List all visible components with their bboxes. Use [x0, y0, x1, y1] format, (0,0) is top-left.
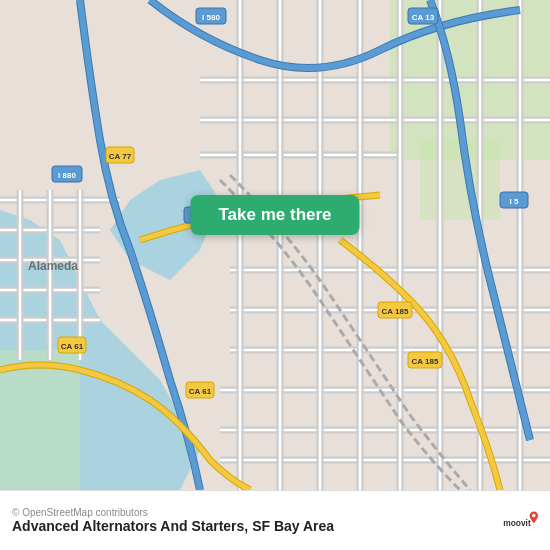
svg-text:CA 185: CA 185	[382, 307, 409, 316]
svg-text:CA 13: CA 13	[412, 13, 435, 22]
svg-text:CA 77: CA 77	[109, 152, 132, 161]
map-container: I 580 CA 13 CA 77 I 880 I 80 CA 61 CA 61…	[0, 0, 550, 490]
svg-text:CA 185: CA 185	[412, 357, 439, 366]
svg-text:I 580: I 580	[202, 13, 220, 22]
svg-text:CA 61: CA 61	[189, 387, 212, 396]
map-attribution: © OpenStreetMap contributors	[12, 507, 334, 518]
svg-rect-4	[420, 140, 500, 220]
bottom-bar: © OpenStreetMap contributors Advanced Al…	[0, 490, 550, 550]
location-name: Advanced Alternators And Starters, SF Ba…	[12, 518, 334, 534]
svg-text:Alameda: Alameda	[28, 259, 78, 273]
svg-text:CA 61: CA 61	[61, 342, 84, 351]
moovit-logo: moovit	[502, 503, 538, 539]
svg-text:I 880: I 880	[58, 171, 76, 180]
take-me-there-button[interactable]: Take me there	[190, 195, 359, 235]
svg-point-78	[532, 513, 536, 517]
svg-text:moovit: moovit	[503, 517, 531, 527]
svg-text:I 5: I 5	[510, 197, 519, 206]
bottom-bar-info: © OpenStreetMap contributors Advanced Al…	[12, 507, 334, 534]
